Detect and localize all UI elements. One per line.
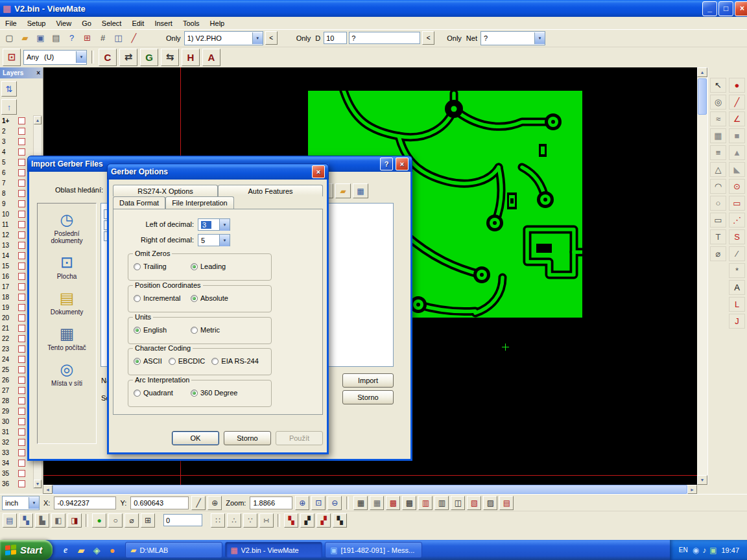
layer-visibility-checkbox[interactable] <box>18 470 25 477</box>
layer-visibility-checkbox[interactable] <box>18 262 25 270</box>
pattern-red-1-icon[interactable]: ▚ <box>284 513 298 528</box>
layer-visibility-checkbox[interactable] <box>18 480 25 487</box>
select-circle-icon[interactable]: ○ <box>710 196 726 211</box>
pointer-tool-icon[interactable]: ↖ <box>710 78 726 93</box>
aperture-grid-icon[interactable]: ⊞ <box>80 31 94 45</box>
right-of-decimal-combo[interactable]: 5 ▼ <box>198 234 230 246</box>
draw-filled-rect-icon[interactable]: ■ <box>729 128 745 143</box>
dcode-filter-input[interactable] <box>349 32 420 44</box>
restore-button[interactable]: □ <box>718 1 733 16</box>
step-repeat-icon[interactable]: ▙ <box>35 513 49 528</box>
layer-visibility-checkbox[interactable] <box>18 180 25 187</box>
scroll-up-icon[interactable]: ▲ <box>34 116 42 124</box>
pattern-black-1-icon[interactable]: ▞ <box>300 513 314 528</box>
layer-visibility-checkbox[interactable] <box>18 460 25 467</box>
select-text-icon[interactable]: T <box>710 229 726 244</box>
select-area-icon[interactable]: ▦ <box>710 128 726 143</box>
layer-visibility-checkbox[interactable] <box>18 356 25 363</box>
text-tool-icon[interactable]: A <box>202 49 220 66</box>
layer-visibility-checkbox[interactable] <box>18 449 25 456</box>
dialog-help-button[interactable]: ? <box>380 158 393 170</box>
j-shape-icon[interactable]: J <box>729 314 745 329</box>
radio-option[interactable]: Metric <box>191 326 248 334</box>
quad-view-icon[interactable]: ◫ <box>451 496 465 510</box>
net-filter-combo[interactable]: ? ▼ <box>480 31 545 45</box>
tab[interactable]: Data Format <box>113 196 165 209</box>
selection-filter-combo[interactable]: Any (U) ▼ <box>23 50 87 65</box>
tab-right-icon[interactable]: ◨ <box>67 513 82 528</box>
taskbar-task[interactable]: ▦ V2.bin - ViewMate <box>225 542 322 558</box>
scroll-up-icon[interactable]: ▲ <box>697 67 707 77</box>
draw-circle-icon[interactable]: ⊙ <box>729 179 745 194</box>
radio-option[interactable]: Trailing <box>134 262 191 270</box>
radio-option[interactable]: EBCDIC <box>169 357 206 365</box>
place-documents[interactable]: ▤ Dokumenty <box>38 290 96 316</box>
layer-visibility-checkbox[interactable] <box>18 408 25 415</box>
menu-item[interactable]: Insert <box>149 19 178 28</box>
layers-panel-titlebar[interactable]: Layers × <box>0 67 43 78</box>
taskbar-task[interactable]: ▰ D:\MLAB <box>125 542 222 558</box>
online-status-icon[interactable]: ● <box>92 513 106 528</box>
draw-dotted-icon[interactable]: ⋰ <box>729 213 745 228</box>
scroll-down-icon[interactable]: ▼ <box>697 475 707 485</box>
chevron-down-icon[interactable]: ▼ <box>219 235 230 246</box>
menu-item[interactable]: Help <box>205 19 230 28</box>
close-button[interactable]: × <box>735 1 747 16</box>
measure-grid-icon[interactable]: # <box>96 31 110 45</box>
left-of-decimal-combo[interactable]: 3 ▼ <box>198 218 230 231</box>
radio-option[interactable]: Leading <box>191 262 248 270</box>
zoom-field[interactable]: 1.8866 <box>250 496 292 509</box>
place-network[interactable]: ◎ Místa v síti <box>38 361 96 387</box>
layer-visibility-checkbox[interactable] <box>18 159 25 166</box>
text-a-icon[interactable]: A <box>729 280 745 295</box>
gerber-dialog-titlebar[interactable]: Gerber Options × <box>107 163 329 180</box>
dcode-table-icon[interactable]: ◫ <box>112 31 125 45</box>
draw-curve-icon[interactable]: S <box>729 229 745 244</box>
chevron-down-icon[interactable]: ▼ <box>252 32 263 44</box>
new-folder-icon[interactable]: ▰ <box>335 183 351 198</box>
layer-row[interactable]: 2 <box>0 126 32 136</box>
chevron-down-icon[interactable]: ▼ <box>76 51 86 63</box>
origin-icon[interactable]: ⊕ <box>208 496 222 510</box>
rotate-c-icon[interactable]: C <box>99 49 117 66</box>
layer-row[interactable]: 36 <box>0 478 32 489</box>
scroll-left-icon[interactable]: ◄ <box>43 485 53 494</box>
messenger-tray-icon[interactable]: ◉ <box>693 546 699 555</box>
menu-item[interactable]: Go <box>77 19 97 28</box>
outline-view-icon[interactable]: ▨ <box>483 496 497 510</box>
flip-view-icon[interactable]: ▥ <box>418 496 433 510</box>
slope-tool-icon[interactable]: ╱ <box>127 31 141 45</box>
folder-quick-icon[interactable]: ▰ <box>75 544 88 557</box>
dcode-input[interactable] <box>324 32 347 44</box>
layer-visibility-checkbox[interactable] <box>18 242 25 249</box>
cancel-button[interactable]: Storno <box>224 431 271 445</box>
layer-visibility-checkbox[interactable] <box>18 148 25 156</box>
language-indicator[interactable]: EN <box>679 546 688 554</box>
zoom-out-icon[interactable]: ⊖ <box>327 496 342 510</box>
zoom-window-icon[interactable]: ⊡ <box>311 496 326 510</box>
scroll-right-icon[interactable]: ► <box>687 485 697 494</box>
prev-layer-button[interactable]: < <box>265 31 278 45</box>
cut-tool-icon[interactable]: ∕ <box>729 246 745 261</box>
cancel-button[interactable]: Storno <box>342 390 394 404</box>
layer-visibility-checkbox[interactable] <box>18 231 25 239</box>
layer-reorder-icon[interactable]: ⇅ <box>1 81 17 97</box>
save-icon[interactable]: ▣ <box>34 31 47 45</box>
firefox-quick-icon[interactable]: ● <box>106 544 119 557</box>
mirror-horizontal-icon[interactable]: ⇄ <box>119 49 137 66</box>
explorer-quick-icon[interactable]: ◈ <box>90 544 103 557</box>
snap-grid-icon[interactable]: ▦ <box>370 496 384 510</box>
x-coordinate-field[interactable]: -0.942237 <box>54 496 116 509</box>
layer-visibility-checkbox[interactable] <box>18 418 25 425</box>
layer-visibility-checkbox[interactable] <box>18 283 25 290</box>
layer-visibility-checkbox[interactable] <box>18 117 25 124</box>
taskbar-task[interactable]: ▣ [191-482-091] - Mess... <box>325 542 422 558</box>
layer-visibility-checkbox[interactable] <box>18 335 25 342</box>
menu-item[interactable]: View <box>51 19 77 28</box>
dither-1-icon[interactable]: ∷ <box>211 513 225 528</box>
menu-item[interactable]: Select <box>97 19 127 28</box>
h-mirror-icon[interactable]: H <box>182 49 200 66</box>
select-pad-icon[interactable]: ◎ <box>710 95 726 110</box>
chevron-down-icon[interactable]: ▼ <box>219 219 230 231</box>
horizontal-scroll-thumb[interactable] <box>53 485 687 494</box>
